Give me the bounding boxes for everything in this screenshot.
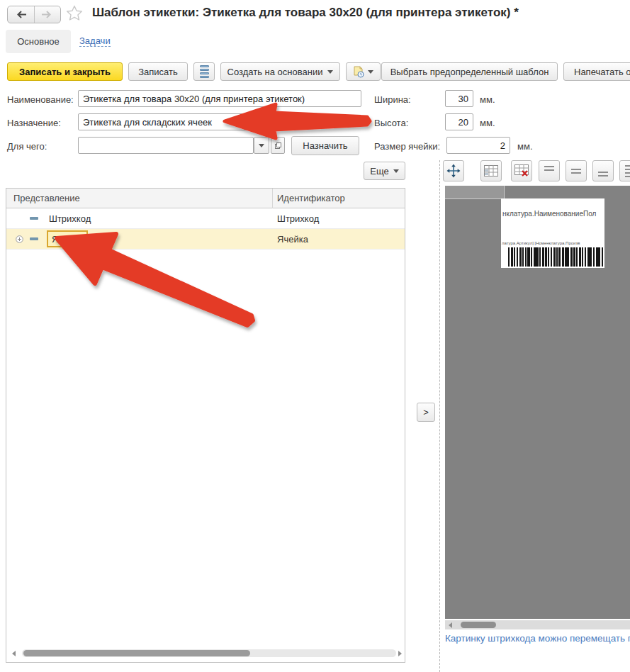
purpose-input[interactable] [78, 113, 259, 130]
chevron-down-icon [393, 169, 399, 173]
purpose-dropdown-button[interactable] [259, 113, 271, 130]
height-unit: мм. [480, 118, 495, 128]
label-template-window: Шаблон этикетки: Этикетка для товара 30x… [0, 0, 630, 672]
create-based-on-label: Создать на основании [227, 67, 323, 77]
table-header-row: Представление Идентификатор [6, 189, 405, 208]
back-button[interactable] [8, 6, 34, 23]
expand-plus-icon[interactable] [16, 235, 23, 243]
scroll-left-icon[interactable] [12, 651, 16, 656]
table-delete-icon [514, 164, 529, 177]
table-row-barcode[interactable]: Штрихкод Штрихкод [6, 208, 405, 229]
cell-size-field-label: Размер ячейки: [374, 141, 440, 152]
align-bottom-button[interactable] [592, 160, 614, 181]
scroll-left-icon[interactable] [449, 622, 452, 628]
width-input[interactable] [445, 90, 473, 107]
height-field-label: Высота: [374, 118, 408, 128]
purpose-field-label: Назначение: [7, 118, 61, 128]
chevron-down-icon [259, 144, 264, 147]
print-sample-label: Напечатать о [574, 67, 630, 77]
tab-main-label: Основное [17, 36, 60, 47]
row-identifier: Ячейка [277, 234, 308, 245]
for-what-dropdown-button[interactable] [254, 137, 269, 154]
tab-main[interactable]: Основное [6, 30, 71, 53]
save-close-label: Записать и закрыть [19, 67, 111, 77]
table-grid-button[interactable] [480, 160, 502, 181]
choose-predefined-label: Выбрать предопределенный шаблон [390, 67, 549, 77]
chevron-down-icon [368, 70, 373, 74]
width-field-label: Ширина: [374, 94, 411, 105]
purpose-open-button[interactable] [271, 113, 283, 130]
table-hscrollbar-thumb[interactable] [23, 650, 250, 656]
row-name: Ячейка [52, 234, 83, 245]
scroll-right-icon[interactable] [398, 651, 402, 656]
document-clock-icon [354, 66, 364, 78]
preview-corner-cell [445, 186, 505, 199]
width-unit: мм. [480, 94, 495, 105]
open-icon [275, 142, 281, 149]
chevron-down-icon [327, 70, 333, 74]
label-sheet[interactable]: нклатура.НаименованиеПол латура.Артикул]… [501, 198, 604, 268]
fields-table: Представление Идентификатор Штрихкод Штр… [6, 188, 405, 663]
table-grid-icon [484, 165, 498, 177]
tab-tasks-label: Задачи [79, 35, 111, 47]
preview-hscrollbar-thumb[interactable] [461, 622, 496, 628]
row-identifier: Штрихкод [277, 213, 319, 224]
splitter-collapse-button[interactable]: > [417, 403, 435, 422]
column-divider[interactable] [272, 189, 273, 208]
open-icon [274, 119, 280, 125]
tab-tasks[interactable]: Задачи [79, 35, 111, 46]
cell-size-input[interactable] [446, 137, 510, 154]
table-row-cell[interactable]: Ячейка Ячейка [6, 229, 405, 250]
save-label: Записать [138, 67, 178, 77]
column-header-identifier[interactable]: Идентификатор [277, 193, 345, 203]
favorite-star-icon[interactable] [65, 4, 84, 23]
label-name-field-text: нклатура.НаименованиеПол [502, 210, 596, 218]
print-sample-button[interactable]: Напечатать о [563, 62, 630, 81]
forward-button[interactable] [35, 6, 61, 23]
choose-predefined-template-button[interactable]: Выбрать предопределенный шаблон [381, 62, 558, 81]
cell-size-unit: мм. [517, 141, 533, 152]
align-middle-icon [571, 169, 581, 174]
assign-label: Назначить [303, 140, 347, 151]
height-input[interactable] [445, 113, 473, 130]
preview-hscrollbar-track[interactable] [445, 620, 630, 629]
page-title: Шаблон этикетки: Этикетка для товара 30x… [92, 6, 519, 20]
for-what-open-button[interactable] [271, 137, 285, 154]
align-top-button[interactable] [539, 160, 560, 181]
paragraph-icon [625, 165, 630, 177]
row-name: Штрихкод [49, 213, 91, 224]
forward-arrow-icon [42, 11, 52, 18]
report-structure-button[interactable] [193, 62, 215, 81]
panel-splitter[interactable] [439, 160, 440, 672]
more-label: Еще [370, 166, 388, 177]
more-button[interactable]: Еще [364, 162, 405, 180]
barcode-image[interactable] [508, 247, 603, 267]
history-nav-group [7, 6, 61, 23]
splitter-arrow-label: > [423, 407, 429, 418]
save-close-button[interactable]: Записать и закрыть [7, 62, 123, 81]
label-article-field-text: латура.Артикул] [Номенклатура.Произв [502, 241, 580, 245]
name-field-label: Наименование: [7, 94, 74, 105]
align-bottom-icon [598, 172, 608, 177]
assign-button[interactable]: Назначить [291, 136, 359, 155]
create-based-on-button[interactable]: Создать на основании [220, 62, 340, 81]
column-header-representation[interactable]: Представление [13, 193, 80, 203]
chevron-down-icon [262, 121, 268, 124]
item-dash-icon [30, 237, 38, 240]
paragraph-button[interactable] [619, 160, 630, 181]
for-what-input[interactable] [78, 137, 254, 154]
label-preview-canvas[interactable]: нклатура.НаименованиеПол латура.Артикул]… [445, 186, 630, 619]
align-top-icon [544, 166, 554, 171]
back-arrow-icon [16, 11, 26, 18]
name-input[interactable] [78, 90, 361, 107]
barcode-hint-link[interactable]: Картинку штрихкода можно перемещать по [445, 633, 630, 644]
save-button[interactable]: Записать [128, 62, 188, 81]
move-resize-button[interactable] [443, 160, 464, 181]
blue-stack-icon [200, 65, 209, 78]
cell-name-edit-box[interactable]: Ячейка [47, 230, 88, 247]
align-middle-button[interactable] [566, 160, 587, 181]
print-doc-menu-button[interactable] [346, 62, 381, 81]
move-resize-icon [446, 164, 461, 178]
table-delete-button[interactable] [511, 160, 532, 181]
item-dash-icon [30, 217, 38, 220]
